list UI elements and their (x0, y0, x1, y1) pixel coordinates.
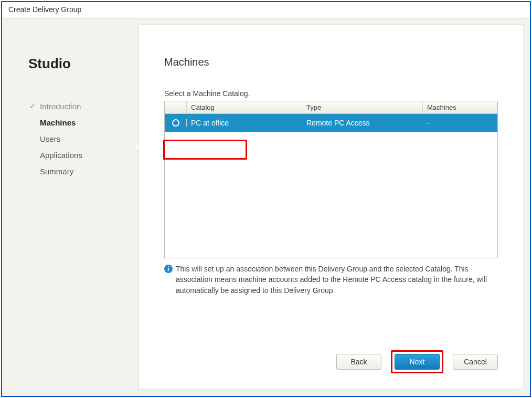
row-machines: - (423, 119, 497, 127)
header-machines: Machines (423, 101, 497, 113)
step-machines[interactable]: Machines (28, 114, 139, 131)
back-button[interactable]: Back (336, 354, 381, 370)
next-highlight: Next (391, 350, 443, 373)
button-bar: Back Next Cancel (336, 350, 498, 373)
header-type: Type (302, 101, 423, 113)
step-users[interactable]: Users (28, 131, 139, 147)
next-button[interactable]: Next (395, 354, 440, 370)
radio-icon (172, 119, 179, 127)
info-text: This will set up an association between … (176, 264, 498, 296)
table-header: Catalog Type Machines (165, 101, 497, 114)
step-summary[interactable]: Summary (28, 163, 139, 180)
window-title: Create Delivery Group (2, 2, 530, 19)
row-catalog: PC at office (187, 119, 302, 127)
wizard-steps: Introduction Machines Users Applications… (28, 98, 139, 180)
row-type: Remote PC Access (302, 119, 423, 127)
step-introduction[interactable]: Introduction (28, 98, 139, 114)
brand-heading: Studio (28, 56, 139, 72)
cancel-button[interactable]: Cancel (453, 354, 498, 370)
wizard-body: Studio Introduction Machines Users Appli… (2, 19, 530, 396)
row-radio[interactable] (165, 119, 187, 127)
sidebar: Studio Introduction Machines Users Appli… (2, 19, 139, 396)
content-panel: Machines Select a Machine Catalog. Catal… (139, 24, 524, 390)
header-catalog: Catalog (187, 101, 302, 113)
page-subheading: Select a Machine Catalog. (164, 89, 498, 98)
page-title: Machines (164, 56, 498, 68)
table-row[interactable]: PC at office Remote PC Access - (165, 114, 497, 132)
info-row: i This will set up an association betwee… (164, 264, 498, 296)
step-applications[interactable]: Applications (28, 147, 139, 163)
info-icon: i (164, 265, 173, 273)
header-radio (165, 101, 187, 113)
wizard-window: Create Delivery Group Studio Introductio… (1, 1, 531, 397)
catalog-table: Catalog Type Machines PC at office Remot… (164, 101, 498, 258)
